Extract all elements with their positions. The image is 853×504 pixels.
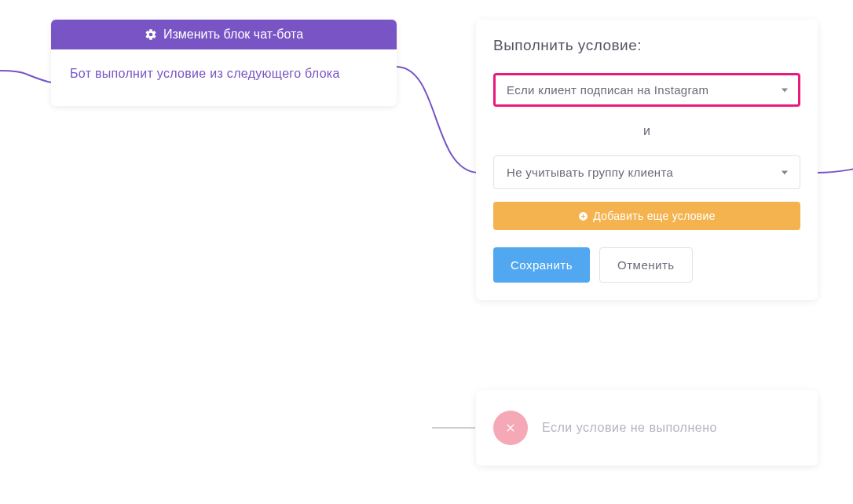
condition-separator: и: [493, 107, 800, 155]
condition-panel: Выполнить условие: Если клиент подписан …: [476, 20, 818, 300]
add-condition-label: Добавить еще условие: [593, 210, 716, 222]
condition-title: Выполнить условие:: [493, 37, 800, 54]
condition-not-fulfilled-text: Если условие не выполнено: [542, 421, 717, 435]
edit-bot-block-header[interactable]: Изменить блок чат-бота: [51, 20, 397, 49]
edit-bot-block: Изменить блок чат-бота Бот выполнит усло…: [51, 20, 397, 106]
edit-bot-block-description: Бот выполнит условие из следующего блока: [51, 49, 397, 106]
close-icon: [504, 422, 517, 434]
condition-select-primary-value: Если клиент подписан на Instagram: [507, 83, 708, 97]
gear-icon: [145, 28, 157, 41]
cancel-button[interactable]: Отменить: [599, 247, 693, 283]
condition-select-group-value: Не учитывать группу клиента: [507, 166, 673, 179]
condition-not-fulfilled-block[interactable]: Если условие не выполнено: [476, 390, 818, 466]
add-condition-button[interactable]: Добавить еще условие: [493, 202, 800, 230]
save-button[interactable]: Сохранить: [493, 247, 590, 283]
close-circle-icon: [493, 411, 528, 445]
plus-circle-icon: [578, 211, 588, 221]
edit-bot-block-label: Изменить блок чат-бота: [163, 27, 303, 42]
condition-select-group[interactable]: Не учитывать группу клиента: [493, 155, 800, 189]
condition-select-primary[interactable]: Если клиент подписан на Instagram: [493, 73, 800, 107]
